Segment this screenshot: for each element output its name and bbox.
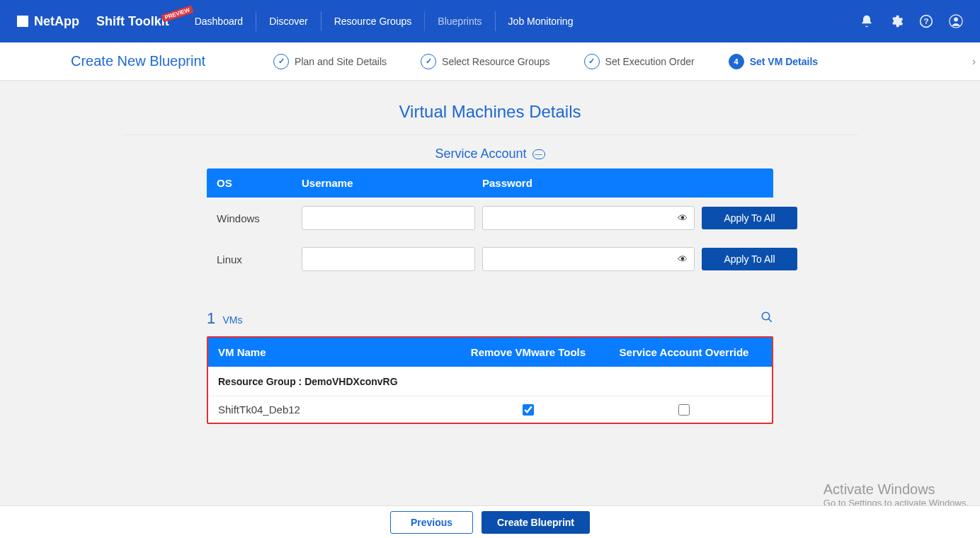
col-override: Service Account Override: [606, 346, 762, 358]
search-icon[interactable]: [760, 311, 773, 324]
col-password: Password: [482, 177, 695, 189]
vm-count-number: 1: [207, 309, 215, 327]
step-label: Set VM Details: [750, 56, 818, 67]
check-icon: [584, 54, 600, 69]
sa-table-header: OS Username Password: [207, 168, 773, 198]
gear-icon[interactable]: [889, 14, 904, 28]
vm-row: ShiftTk04_Deb12: [208, 396, 772, 423]
service-account-header[interactable]: Service Account —: [435, 147, 545, 161]
top-navbar: NetApp Shift Toolkit PREVIEW Dashboard D…: [0, 0, 980, 42]
step-vm-details[interactable]: 4Set VM Details: [729, 54, 818, 69]
user-icon[interactable]: [949, 14, 963, 28]
col-remove-tools: Remove VMware Tools: [450, 346, 606, 358]
nav-discover[interactable]: Discover: [256, 11, 320, 31]
brand: NetApp: [17, 14, 79, 29]
step-label: Set Execution Order: [605, 56, 695, 67]
nav-blueprints[interactable]: Blueprints: [424, 11, 494, 31]
nav-job-monitoring[interactable]: Job Monitoring: [495, 11, 586, 31]
wizard-stepbar: Create New Blueprint Plan and Site Detai…: [0, 42, 980, 81]
netapp-logo-icon: [17, 16, 28, 27]
page-title: Virtual Machines Details: [399, 102, 581, 122]
linux-password-input[interactable]: [482, 247, 695, 271]
nav-resource-groups[interactable]: Resource Groups: [321, 11, 425, 31]
os-label: Windows: [217, 212, 295, 224]
windows-username-input[interactable]: [302, 206, 475, 230]
service-account-panel: OS Username Password Windows 👁 Apply To …: [207, 168, 773, 424]
nav-right: ?: [860, 14, 963, 28]
previous-button[interactable]: Previous: [390, 511, 473, 534]
step-execution-order[interactable]: Set Execution Order: [584, 54, 695, 69]
eye-icon[interactable]: 👁: [678, 253, 688, 265]
nav-dashboard[interactable]: Dashboard: [195, 11, 256, 31]
brand-text: NetApp: [34, 14, 79, 29]
create-blueprint-button[interactable]: Create Blueprint: [482, 511, 590, 534]
service-account-override-checkbox[interactable]: [678, 404, 690, 416]
check-icon: [273, 54, 289, 69]
col-vm-name: VM Name: [218, 346, 450, 358]
sa-row-windows: Windows 👁 Apply To All: [207, 198, 773, 239]
sa-row-linux: Linux 👁 Apply To All: [207, 239, 773, 280]
product-label: Shift Toolkit: [96, 14, 169, 28]
eye-icon[interactable]: 👁: [678, 212, 688, 224]
wizard-title: Create New Blueprint: [71, 53, 205, 69]
step-label: Select Resource Groups: [442, 56, 550, 67]
vm-count-label: VMs: [222, 314, 242, 326]
apply-all-windows-button[interactable]: Apply To All: [702, 207, 797, 229]
product-name: Shift Toolkit PREVIEW: [96, 14, 169, 29]
svg-text:?: ?: [923, 16, 928, 25]
svg-line-5: [768, 319, 772, 322]
col-username: Username: [302, 177, 475, 189]
bell-icon[interactable]: [860, 14, 874, 28]
divider: [122, 134, 858, 135]
vm-name: ShiftTk04_Deb12: [218, 404, 450, 416]
svg-point-4: [762, 312, 770, 320]
wizard-footer: Previous Create Blueprint: [0, 505, 980, 538]
vm-table-header: VM Name Remove VMware Tools Service Acco…: [208, 338, 772, 367]
svg-point-3: [954, 18, 958, 22]
help-icon[interactable]: ?: [919, 14, 933, 28]
vm-table: VM Name Remove VMware Tools Service Acco…: [207, 336, 773, 424]
preview-badge: PREVIEW: [161, 5, 193, 22]
collapse-icon[interactable]: —: [532, 149, 545, 159]
check-icon: [421, 54, 436, 69]
apply-all-linux-button[interactable]: Apply To All: [702, 248, 797, 270]
remove-vmware-tools-checkbox[interactable]: [523, 404, 534, 416]
vm-count: 1 VMs: [207, 309, 242, 328]
resource-group-row: Resource Group : DemoVHDXconvRG: [208, 367, 772, 396]
linux-username-input[interactable]: [302, 247, 475, 271]
main-content: Virtual Machines Details Service Account…: [0, 81, 980, 488]
vms-bar: 1 VMs: [207, 309, 773, 328]
step-plan[interactable]: Plan and Site Details: [273, 54, 387, 69]
close-icon[interactable]: ›: [972, 55, 976, 68]
nav-links: Dashboard Discover Resource Groups Bluep…: [195, 11, 586, 31]
step-label: Plan and Site Details: [295, 56, 387, 67]
section-label: Service Account: [435, 147, 526, 161]
step-number-icon: 4: [729, 54, 744, 69]
os-label: Linux: [217, 253, 295, 265]
step-resource-groups[interactable]: Select Resource Groups: [421, 54, 550, 69]
windows-password-input[interactable]: [482, 206, 695, 230]
col-os: OS: [217, 177, 295, 189]
